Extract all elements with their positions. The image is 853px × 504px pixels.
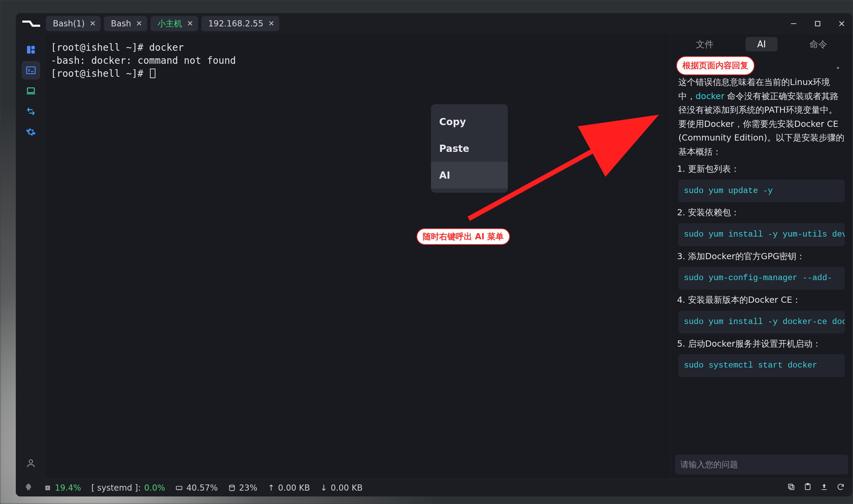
tab-xiaozhuji[interactable]: 小主机 ✕ — [151, 16, 198, 31]
app-window: Bash(1) ✕ Bash ✕ 小主机 ✕ 192.168.2.55 ✕ — [16, 13, 852, 496]
upload-icon[interactable] — [820, 483, 828, 493]
context-ai[interactable]: AI — [431, 162, 508, 189]
tab-ai[interactable]: AI — [746, 37, 778, 51]
status-bar: 19.4% [ systemd ]: 0.0% 40.57% 23% ↑0.00… — [16, 479, 852, 496]
context-copy[interactable]: Copy — [431, 108, 508, 135]
svg-rect-15 — [788, 484, 793, 488]
status-actions — [787, 483, 845, 493]
annotation-pill-panel: 根据页面内容回复 — [676, 56, 755, 75]
context-paste[interactable]: Paste — [431, 135, 508, 162]
upload-stat: ↑0.00 KB — [268, 483, 310, 493]
annotation-pill-context: 随时右键呼出 AI 菜单 — [417, 228, 510, 245]
svg-rect-8 — [27, 88, 34, 93]
svg-rect-11 — [47, 487, 49, 489]
code-block[interactable]: sudo yum update -y — [678, 180, 845, 203]
svg-point-13 — [229, 485, 234, 487]
close-icon[interactable]: ✕ — [136, 20, 142, 27]
mem-stat: 40.57% — [175, 483, 218, 493]
code-block[interactable]: sudo yum-config-manager --add- — [678, 267, 845, 290]
svg-rect-12 — [176, 486, 182, 489]
minimize-button[interactable] — [789, 19, 798, 28]
ai-input[interactable]: 请输入您的问题 — [675, 455, 848, 475]
copy-icon[interactable] — [787, 483, 795, 493]
right-panel: 文件 AI 命令 根据页面内容回复 。 这个错误信息意味着在当前的Linux环境… — [670, 34, 852, 479]
list-item: 更新包列表：sudo yum update -y — [688, 162, 845, 202]
rocket-icon[interactable] — [23, 483, 34, 493]
right-panel-tabs: 文件 AI 命令 — [671, 34, 852, 54]
tab-bar: Bash(1) ✕ Bash ✕ 小主机 ✕ 192.168.2.55 ✕ — [46, 16, 789, 31]
tab-bash-1[interactable]: Bash(1) ✕ — [46, 16, 101, 31]
svg-rect-7 — [27, 67, 35, 74]
svg-point-9 — [29, 460, 33, 463]
terminal-cursor — [150, 69, 155, 78]
tab-label: 192.168.2.55 — [208, 19, 263, 28]
gear-icon[interactable] — [22, 123, 40, 141]
context-menu: Copy Paste AI — [431, 104, 508, 193]
tab-label: Bash(1) — [53, 19, 85, 28]
ai-input-placeholder: 请输入您的问题 — [680, 459, 738, 470]
close-icon[interactable]: ✕ — [268, 20, 274, 27]
tab-commands[interactable]: 命令 — [798, 36, 839, 52]
main-area: [root@ishell ~]# docker -bash: docker: c… — [16, 34, 852, 479]
terminal-pane[interactable]: [root@ishell ~]# docker -bash: docker: c… — [46, 34, 670, 479]
tab-label: 小主机 — [157, 18, 182, 29]
ai-response-body[interactable]: 根据页面内容回复 。 这个错误信息意味着在当前的Linux环境中，docker … — [671, 54, 852, 452]
paste-icon[interactable] — [804, 483, 812, 493]
close-icon[interactable]: ✕ — [187, 20, 193, 27]
window-controls — [789, 19, 846, 28]
split-view-icon[interactable] — [22, 40, 40, 59]
download-stat: ↓0.00 KB — [320, 483, 363, 493]
ai-paragraph: 这个错误信息意味着在当前的Linux环境中，docker 命令没有被正确安装或者… — [678, 75, 845, 159]
list-item: 添加Docker的官方GPG密钥：sudo yum-config-manager… — [688, 250, 845, 290]
terminal-output: [root@ishell ~]# docker -bash: docker: c… — [51, 41, 666, 80]
titlebar: Bash(1) ✕ Bash ✕ 小主机 ✕ 192.168.2.55 ✕ — [16, 13, 852, 34]
list-item: 安装依赖包：sudo yum install -y yum-utils devi — [688, 206, 845, 246]
svg-rect-5 — [31, 46, 35, 49]
close-icon[interactable]: ✕ — [90, 20, 96, 27]
docker-keyword: docker — [696, 91, 724, 101]
fragment-text: 。 — [836, 58, 845, 72]
user-icon[interactable] — [22, 454, 40, 472]
svg-rect-14 — [790, 485, 794, 490]
transfer-icon[interactable] — [22, 102, 40, 121]
code-block[interactable]: sudo yum install -y yum-utils devi — [678, 223, 845, 246]
code-block[interactable]: sudo yum install -y docker-ce doc — [678, 311, 845, 334]
tab-bash[interactable]: Bash ✕ — [104, 16, 147, 31]
process-stat: [ systemd ]: 0.0% — [91, 483, 165, 493]
close-button[interactable] — [837, 19, 846, 28]
list-item: 启动Docker服务并设置开机启动：sudo systemctl start d… — [688, 337, 845, 377]
ai-steps-list: 更新包列表：sudo yum update -y 安装依赖包：sudo yum … — [688, 162, 845, 377]
left-sidebar — [16, 34, 46, 479]
laptop-icon[interactable] — [22, 82, 40, 100]
svg-rect-10 — [46, 486, 50, 490]
svg-rect-1 — [815, 21, 820, 26]
svg-rect-4 — [27, 46, 31, 54]
svg-rect-6 — [31, 50, 35, 53]
refresh-icon[interactable] — [837, 483, 845, 493]
tab-files[interactable]: 文件 — [684, 36, 725, 52]
disk-stat: 23% — [228, 483, 257, 493]
code-block[interactable]: sudo systemctl start docker — [678, 354, 845, 377]
tab-label: Bash — [111, 19, 131, 28]
list-item: 安装最新版本的Docker CE：sudo yum install -y doc… — [688, 293, 845, 333]
maximize-button[interactable] — [813, 19, 822, 28]
cpu-stat: 19.4% — [44, 483, 81, 493]
app-logo — [21, 19, 41, 28]
tab-ip[interactable]: 192.168.2.55 ✕ — [201, 16, 279, 31]
terminal-icon[interactable] — [22, 61, 40, 80]
